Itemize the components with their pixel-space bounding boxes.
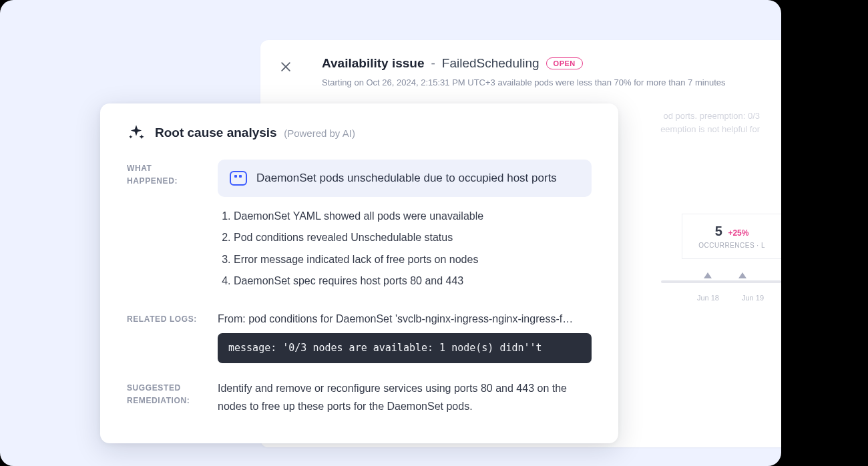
list-item: DaemonSet spec requires host ports 80 an… <box>234 272 592 290</box>
root-cause-card: Root cause analysis (Powered by AI) WHAT… <box>100 103 618 443</box>
rca-title: Root cause analysis <box>155 126 277 140</box>
steps-list: DaemonSet YAML showed all pods were unav… <box>218 208 592 290</box>
issue-description: Starting on Oct 26, 2024, 2:15:31 PM UTC… <box>322 76 725 89</box>
label-what-happened: WHAT HAPPENED: <box>127 160 200 294</box>
timeline-date: Jun 19 <box>742 294 764 302</box>
stat-label: OCCURRENCES · L <box>698 242 765 249</box>
summary-text: DaemonSet pods unschedulable due to occu… <box>256 169 557 188</box>
list-item: Pod conditions revealed Unschedulable st… <box>234 229 592 246</box>
list-item: DaemonSet YAML showed all pods were unav… <box>234 208 592 225</box>
timeline-dates: Jun 18 Jun 19 <box>697 294 781 302</box>
stats-row: 5 +25% OCCURRENCES · L <box>682 214 781 259</box>
stat-value: 5 <box>715 224 722 239</box>
close-icon[interactable] <box>279 60 292 73</box>
label-related-logs: RELATED LOGS: <box>127 310 200 363</box>
status-badge: OPEN <box>546 57 583 69</box>
summary-highlight: DaemonSet pods unschedulable due to occu… <box>218 160 592 197</box>
label-suggested-remediation: SUGGESTED REMEDIATION: <box>127 379 200 415</box>
timeline-date: Jun 18 <box>697 294 719 302</box>
log-source: From: pod conditions for DaemonSet 'svcl… <box>218 310 592 328</box>
container-icon <box>230 171 247 186</box>
issue-title: Availability issue <box>322 56 424 71</box>
timeline-marker-icon <box>738 272 746 278</box>
sparkle-icon <box>127 124 146 142</box>
stat-occurrences: 5 +25% OCCURRENCES · L <box>682 214 781 258</box>
rca-powered-label: (Powered by AI) <box>284 128 355 139</box>
timeline-marker-icon <box>704 272 712 278</box>
app-frame: Availability issue - FailedScheduling OP… <box>0 0 781 466</box>
list-item: Error message indicated lack of free por… <box>234 251 592 268</box>
log-message: message: '0/3 nodes are available: 1 nod… <box>218 333 592 363</box>
title-separator: - <box>431 56 435 71</box>
issue-subtitle: FailedScheduling <box>442 56 539 71</box>
timeline-track <box>661 280 781 283</box>
suggestion-text: Identify and remove or reconfigure servi… <box>218 379 592 415</box>
stat-delta: +25% <box>728 228 748 238</box>
